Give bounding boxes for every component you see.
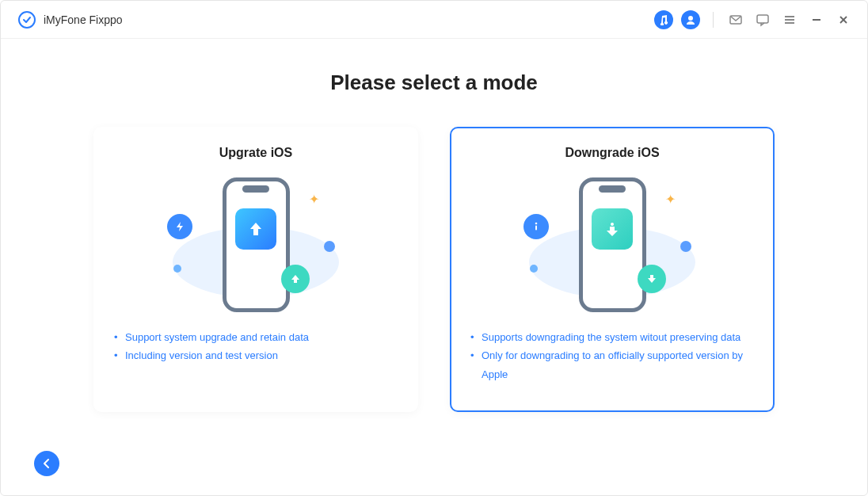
sparkle-icon: ✦ (665, 192, 676, 207)
card-bullet: Support system upgrade and retain data (114, 328, 398, 346)
svg-point-12 (611, 223, 614, 226)
menu-button[interactable] (780, 10, 799, 29)
account-button[interactable] (681, 10, 700, 29)
titlebar-divider (713, 12, 714, 28)
arrow-down-small-icon (638, 265, 666, 293)
close-button[interactable] (834, 10, 853, 29)
card-bullet: Including version and test version (114, 346, 398, 364)
dot-icon (324, 241, 335, 252)
dot-icon (680, 241, 691, 252)
svg-point-0 (19, 12, 35, 28)
card-bullet-list: Supports downgrading the system witout p… (470, 328, 754, 383)
mode-card-upgrade[interactable]: Upgrate iOS ✦ (93, 127, 418, 412)
card-bullet: Supports downgrading the system witout p… (470, 328, 754, 346)
arrow-down-icon (592, 208, 633, 250)
card-bullet: Only for downgrading to an officially su… (470, 346, 754, 383)
titlebar: iMyFone Fixppo (1, 1, 867, 39)
card-title: Upgrate iOS (219, 146, 292, 160)
svg-rect-11 (535, 226, 537, 231)
bolt-icon (167, 214, 192, 239)
mode-card-downgrade[interactable]: Downgrade iOS ✦ (450, 127, 775, 412)
feedback-button[interactable] (753, 10, 772, 29)
arrow-up-small-icon (281, 265, 310, 293)
card-bullet-list: Support system upgrade and retain data I… (114, 328, 398, 365)
phone-icon (223, 177, 290, 312)
mode-cards-row: Upgrate iOS ✦ (64, 127, 804, 412)
upgrade-illustration: ✦ (153, 170, 359, 320)
minimize-button[interactable] (807, 10, 826, 29)
titlebar-controls (654, 10, 853, 29)
music-promo-button[interactable] (654, 10, 673, 29)
page-title: Please select a mode (330, 71, 538, 95)
sparkle-icon: ✦ (309, 192, 319, 207)
dot-icon (530, 265, 538, 273)
app-window: iMyFone Fixppo (0, 0, 868, 496)
back-button[interactable] (34, 451, 59, 476)
circle-i-icon (523, 214, 549, 239)
phone-icon (579, 177, 646, 312)
app-title: iMyFone Fixppo (44, 13, 123, 26)
downgrade-illustration: ✦ (509, 170, 715, 320)
card-title: Downgrade iOS (565, 146, 659, 160)
mail-button[interactable] (726, 10, 745, 29)
svg-point-1 (688, 16, 693, 21)
svg-point-10 (535, 223, 538, 225)
arrow-up-icon (235, 208, 276, 250)
app-logo-icon (18, 11, 36, 29)
dot-icon (173, 265, 181, 273)
svg-rect-3 (757, 15, 768, 23)
content-area: Please select a mode Upgrate iOS ✦ (1, 39, 867, 495)
